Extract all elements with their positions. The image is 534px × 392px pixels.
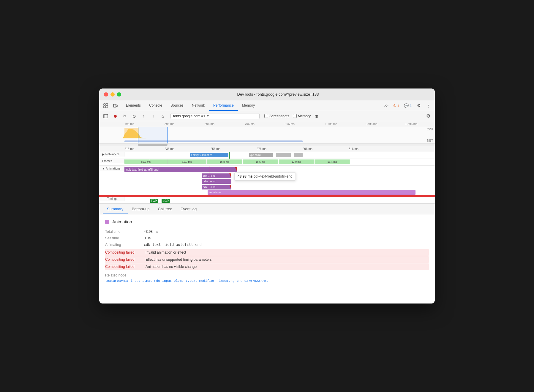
anim-green-line: [150, 166, 150, 195]
self-time-label: Self time: [105, 235, 144, 241]
close-button[interactable]: [104, 92, 108, 97]
sidebar-toggle-icon[interactable]: [102, 112, 110, 120]
ruler-mark-7: 1,596 ms: [405, 122, 417, 126]
frames-track-row: Frames 66.7 ms 15.7 ms 16.8 ms 16.5 ms: [99, 159, 435, 166]
upload-button[interactable]: ↑: [140, 112, 148, 120]
svg-rect-4: [113, 104, 116, 107]
record-button[interactable]: ⏺: [111, 112, 119, 120]
frame-time-0: 66.7 ms: [141, 160, 151, 163]
anim-block-1[interactable]: cdk-...-end: [202, 173, 231, 178]
tab-summary[interactable]: Summary: [103, 204, 128, 214]
more-options-icon[interactable]: ⋮: [424, 102, 432, 110]
network-bar-family[interactable]: FamilySummaries: [190, 153, 228, 157]
home-button[interactable]: ⌂: [159, 112, 167, 120]
main-tab-list: Elements Console Sources Network Perform…: [122, 100, 382, 111]
timeline-scrollbar[interactable]: [99, 143, 435, 146]
flame-chart-area: 216 ms 236 ms 256 ms 276 ms 296 ms 316 m…: [99, 146, 435, 204]
flame-mark-4: 296 ms: [303, 147, 312, 151]
anim-block-3[interactable]: cdk-...-end: [202, 185, 231, 189]
summary-title-row: Animation: [105, 219, 429, 224]
tab-right-icons: ⚠ 1 💬 1 ⚙ ⋮: [391, 102, 432, 110]
frames-track-content[interactable]: 66.7 ms 15.7 ms 16.8 ms 16.5 ms 17.0 ms …: [124, 159, 435, 165]
perf-settings-icon[interactable]: ⚙: [424, 112, 432, 120]
screenshots-checkbox[interactable]: [264, 114, 268, 118]
screenshots-checkbox-label[interactable]: Screenshots: [264, 114, 289, 118]
scrollbar-thumb[interactable]: [138, 144, 168, 146]
network-bar-google[interactable]: gle.com): [249, 153, 273, 157]
minimize-button[interactable]: [110, 92, 115, 97]
timeline-selection[interactable]: [138, 127, 168, 143]
clear-button[interactable]: ⊘: [130, 112, 138, 120]
title-bar: DevTools - fonts.google.com/?preview.siz…: [99, 88, 435, 100]
settings-icon[interactable]: ⚙: [415, 102, 423, 110]
alert-count: 1: [397, 104, 399, 108]
frame-time-2: 16.8 ms: [219, 160, 229, 163]
window-title: DevTools - fonts.google.com/?preview.siz…: [126, 92, 430, 97]
frame-block-5[interactable]: 16.4 ms: [315, 159, 350, 164]
related-node-section: Related node textarea#mat-input-2.mat-md…: [105, 272, 429, 283]
ruler-mark-2: 596 ms: [205, 122, 214, 126]
url-dropdown-icon[interactable]: ▼: [206, 114, 209, 118]
tab-call-tree[interactable]: Call tree: [154, 204, 176, 214]
frame-block-3[interactable]: 16.5 ms: [243, 159, 278, 164]
animations-track-content[interactable]: cdk-text-field-autofill-end cdk-...-end …: [124, 166, 435, 195]
tab-elements[interactable]: Elements: [122, 100, 145, 111]
anim-block-main[interactable]: cdk-text-field-autofill-end: [124, 167, 237, 172]
frame-block-4[interactable]: 17.0 ms: [279, 159, 314, 164]
alert-badge: ⚠ 1: [391, 103, 401, 108]
animations-track-label: ▼ Animations: [99, 166, 124, 171]
frames-track-label: Frames: [99, 159, 124, 163]
frame-time-1: 15.7 ms: [182, 160, 192, 163]
tab-network[interactable]: Network: [188, 100, 209, 111]
animating-value: cdk-text-field-autofill-end: [144, 241, 429, 248]
device-toolbar-icon[interactable]: [111, 102, 119, 110]
anim-error-marker: [235, 167, 237, 172]
flame-mark-3: 276 ms: [257, 147, 266, 151]
frame-time-4: 17.0 ms: [291, 160, 301, 163]
anim-block-main-label: cdk-text-field-autofill-end: [126, 168, 159, 171]
frame-block-0[interactable]: 66.7 ms: [124, 159, 168, 164]
flame-mark-1: 236 ms: [165, 147, 174, 151]
anim-error-3: [229, 185, 231, 189]
error-row-0: Compositing failed Invalid animation or …: [105, 249, 429, 256]
garbage-collect-icon[interactable]: 🗑: [314, 113, 319, 119]
frame-time-5: 16.4 ms: [327, 160, 337, 163]
frame-block-1[interactable]: 15.7 ms: [168, 159, 206, 164]
total-time-value: 43.98 ms: [144, 228, 429, 235]
network-track-content[interactable]: FamilySummaries gle.com): [124, 152, 435, 159]
tab-sources[interactable]: Sources: [166, 100, 188, 111]
memory-checkbox[interactable]: [293, 114, 297, 118]
memory-checkbox-label[interactable]: Memory: [293, 114, 311, 118]
download-button[interactable]: ↓: [149, 112, 157, 120]
ruler-mark-6: 1,396 ms: [365, 122, 377, 126]
tab-bottom-up[interactable]: Bottom-up: [128, 204, 154, 214]
animation-color-indicator: [105, 220, 109, 224]
network-bar-extra2[interactable]: [294, 153, 303, 157]
tab-console[interactable]: Console: [145, 100, 166, 111]
tab-performance[interactable]: Performance: [209, 100, 238, 111]
anim-block-transform[interactable]: transform: [208, 190, 415, 195]
error-row-2-inner: Compositing failed Animation has no visi…: [105, 264, 429, 269]
maximize-button[interactable]: [117, 92, 121, 97]
tab-event-log[interactable]: Event log: [176, 204, 201, 214]
inspect-icon[interactable]: [102, 102, 110, 110]
ruler-mark-1: 396 ms: [165, 122, 174, 126]
anim-block-2[interactable]: cdk-...-end: [202, 179, 231, 184]
error-value-2: Animation has no visible change: [144, 264, 198, 269]
error-row-1-inner: Compositing failed Effect has unsupporte…: [105, 257, 429, 262]
checkbox-group: Screenshots Memory 🗑: [264, 113, 319, 119]
tooltip-value: 43.98 ms: [238, 174, 253, 178]
tab-memory[interactable]: Memory: [238, 100, 259, 111]
lcp-label: LCP: [162, 199, 170, 203]
timings-track-row: ── Timings FCP LCP: [99, 196, 435, 203]
message-count: 1: [410, 104, 412, 108]
devtools-window: DevTools - fonts.google.com/?preview.siz…: [99, 88, 435, 304]
url-bar: fonts.google.com #1 ▼: [170, 113, 260, 119]
related-node-link[interactable]: textarea#mat-input-2.mat-mdc-input-eleme…: [105, 279, 268, 283]
tab-overflow-button[interactable]: >>: [382, 100, 391, 111]
devtools-tab-bar: Elements Console Sources Network Perform…: [99, 100, 435, 111]
reload-record-button[interactable]: ↻: [121, 112, 129, 120]
network-bar-extra[interactable]: [276, 153, 291, 157]
fcp-label: FCP: [150, 199, 158, 203]
frame-block-2[interactable]: 16.8 ms: [207, 159, 242, 164]
